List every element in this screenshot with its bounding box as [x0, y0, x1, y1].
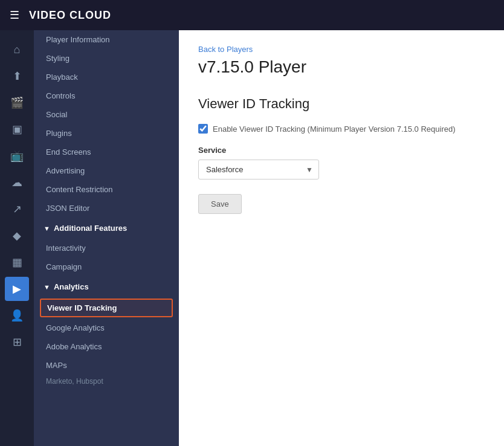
enable-tracking-label: Enable Viewer ID Tracking (Minimum Playe…: [213, 124, 456, 134]
maps-sub-label: Marketo, Hubspot: [34, 375, 179, 388]
nav-item-social[interactable]: Social: [34, 105, 179, 124]
analytics-chevron-icon: ▼: [44, 283, 50, 291]
nav-item-google-analytics[interactable]: Google Analytics: [34, 318, 179, 337]
nav-item-advertising[interactable]: Advertising: [34, 161, 179, 180]
analytics-label: Analytics: [54, 282, 89, 291]
player-icon[interactable]: ▶: [5, 277, 29, 301]
left-nav-panel: Player Information Styling Playback Cont…: [34, 30, 179, 446]
enable-tracking-checkbox[interactable]: [198, 124, 208, 134]
hamburger-menu-icon[interactable]: ☰: [10, 8, 19, 22]
home-icon[interactable]: ⌂: [5, 37, 29, 62]
insights-icon[interactable]: ◆: [5, 224, 29, 248]
gallery-icon[interactable]: ▣: [5, 117, 29, 141]
service-select-wrapper: Salesforce ▼: [198, 160, 319, 179]
content-area: Back to Players v7.15.0 Player Viewer ID…: [179, 30, 504, 446]
nav-item-adobe-analytics[interactable]: Adobe Analytics: [34, 337, 179, 356]
nav-item-plugins[interactable]: Plugins: [34, 124, 179, 143]
nav-item-campaign[interactable]: Campaign: [34, 257, 179, 276]
main-layout: ⌂ ⬆ 🎬 ▣ 📺 ☁ ↗ ◆ ▦ ▶ 👤 ⊞ Player Informati…: [0, 30, 504, 446]
nav-item-json-editor[interactable]: JSON Editor: [34, 199, 179, 218]
nav-item-viewer-id-tracking[interactable]: Viewer ID Tracking: [40, 299, 173, 317]
nav-item-styling[interactable]: Styling: [34, 49, 179, 68]
top-navigation: ☰ VIDEO CLOUD: [0, 0, 504, 30]
service-field-label: Service: [198, 146, 485, 155]
nav-item-playback[interactable]: Playback: [34, 68, 179, 86]
icon-sidebar: ⌂ ⬆ 🎬 ▣ 📺 ☁ ↗ ◆ ▦ ▶ 👤 ⊞: [0, 30, 34, 446]
enable-tracking-row: Enable Viewer ID Tracking (Minimum Playe…: [198, 124, 485, 134]
nav-item-interactivity[interactable]: Interactivity: [34, 239, 179, 257]
nav-item-maps[interactable]: MAPs: [34, 356, 179, 375]
upload-icon[interactable]: ⬆: [5, 64, 29, 88]
analytics-section-header[interactable]: ▼ Analytics: [34, 276, 179, 297]
share-icon[interactable]: ↗: [5, 197, 29, 221]
back-to-players-link[interactable]: Back to Players: [198, 45, 485, 54]
cloud-icon[interactable]: ☁: [5, 170, 29, 195]
nav-item-controls[interactable]: Controls: [34, 86, 179, 105]
nav-item-content-restriction[interactable]: Content Restriction: [34, 180, 179, 199]
video-icon[interactable]: 🎬: [5, 91, 29, 115]
tools-icon[interactable]: ⊞: [5, 330, 29, 354]
service-select[interactable]: Salesforce: [198, 160, 319, 179]
live-icon[interactable]: 📺: [5, 144, 29, 168]
app-logo: VIDEO CLOUD: [29, 9, 111, 22]
section-title: Viewer ID Tracking: [198, 96, 485, 112]
users-icon[interactable]: 👤: [5, 303, 29, 328]
additional-features-chevron-icon: ▼: [44, 225, 50, 232]
save-button[interactable]: Save: [198, 194, 242, 214]
nav-item-player-information[interactable]: Player Information: [34, 30, 179, 49]
nav-item-end-screens[interactable]: End Screens: [34, 143, 179, 161]
additional-features-label: Additional Features: [54, 224, 127, 233]
page-title: v7.15.0 Player: [198, 57, 485, 77]
additional-features-section-header[interactable]: ▼ Additional Features: [34, 218, 179, 239]
analytics-bar-icon[interactable]: ▦: [5, 250, 29, 274]
